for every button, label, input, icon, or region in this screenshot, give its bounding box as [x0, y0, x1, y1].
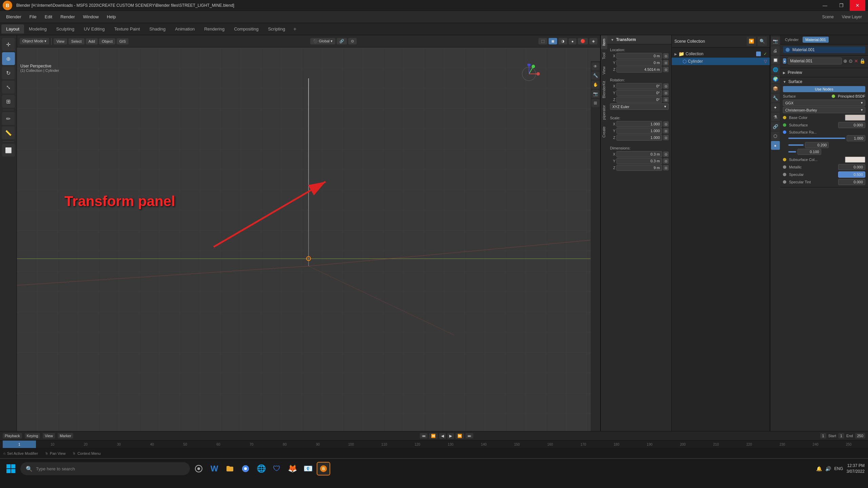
cylinder-prop-tab[interactable]: Cylinder: [782, 37, 801, 43]
rotation-y-field[interactable]: 0°: [616, 90, 662, 96]
jump-end-btn[interactable]: ⏭: [466, 433, 473, 439]
outliner-cylinder-item[interactable]: ⬡ Cylinder ▽: [672, 58, 770, 65]
rotation-z-field[interactable]: 0°: [616, 97, 662, 103]
material-protect-icon[interactable]: 🔒: [860, 58, 865, 64]
subsurface-color-swatch[interactable]: [845, 157, 865, 163]
material-browse-icon[interactable]: ⊙: [849, 58, 853, 64]
system-clock[interactable]: 12:37 PM 3/07/2022: [847, 463, 865, 474]
taskbar-search-box[interactable]: 🔍 Type here to search: [20, 462, 190, 475]
dim-z-copy[interactable]: ⊙: [663, 165, 669, 170]
menu-file[interactable]: File: [26, 13, 40, 21]
subsurface-g-val[interactable]: 0.200: [805, 142, 829, 148]
marker-dropdown[interactable]: Marker: [58, 433, 73, 439]
tab-animation[interactable]: Animation: [170, 24, 199, 34]
taskbar-explorer[interactable]: [223, 462, 237, 475]
dim-z-field[interactable]: 9 m: [616, 165, 662, 171]
close-button[interactable]: ✕: [850, 0, 865, 11]
view-menu[interactable]: View: [54, 38, 67, 44]
tab-modeling[interactable]: Modeling: [24, 24, 52, 34]
global-dropdown[interactable]: ⚫ Global ▾: [310, 38, 335, 44]
rotation-z-copy[interactable]: ⊙: [663, 97, 669, 102]
dim-x-copy[interactable]: ⊙: [663, 151, 669, 157]
rotation-y-copy[interactable]: ⊙: [663, 90, 669, 96]
frame-230[interactable]: 230: [766, 441, 799, 448]
select-menu[interactable]: Select: [68, 38, 84, 44]
jump-start-btn[interactable]: ⏮: [420, 433, 428, 439]
frame-1[interactable]: 1: [3, 441, 36, 448]
keying-dropdown[interactable]: Keying: [25, 433, 40, 439]
blenderkit-tab[interactable]: BlenderKit: [601, 78, 607, 102]
location-x-copy[interactable]: ⊙: [663, 53, 669, 59]
taskbar-shield[interactable]: 🛡: [270, 462, 283, 475]
taskbar-word[interactable]: W: [208, 462, 221, 475]
transform-tool[interactable]: ⊞: [2, 95, 15, 108]
subsurface-r-val[interactable]: 1.000: [847, 135, 865, 141]
overlay-btn[interactable]: 🔴: [578, 38, 588, 44]
outliner-collection-item[interactable]: ▶ 📁 Collection ✓: [672, 50, 770, 58]
preview-header[interactable]: ▶ Preview: [783, 69, 865, 76]
tab-rendering[interactable]: Rendering: [199, 24, 229, 34]
viewport[interactable]: Object Mode ▾ View Select Add Object GIS…: [17, 35, 600, 431]
material-properties-icon[interactable]: ●: [771, 141, 780, 150]
rotation-x-field[interactable]: 0°: [616, 83, 662, 89]
tool-tab[interactable]: Tool: [601, 49, 607, 63]
item-tab[interactable]: Item: [601, 35, 607, 49]
render-properties-icon[interactable]: 📷: [771, 37, 780, 45]
scale-x-field[interactable]: 1.000: [616, 121, 662, 127]
language-indicator[interactable]: ENG: [834, 466, 843, 471]
scale-tool[interactable]: ⤡: [2, 81, 15, 94]
material-btn[interactable]: ◑: [558, 38, 567, 44]
material-prop-tab[interactable]: Material.001: [803, 37, 829, 43]
menu-help[interactable]: Help: [103, 13, 119, 21]
subsurface-value[interactable]: 0.000: [838, 122, 865, 128]
playback-dropdown[interactable]: Playback: [3, 433, 22, 439]
scale-z-copy[interactable]: ⊙: [663, 135, 669, 140]
rotate-tool[interactable]: ↻: [2, 66, 15, 79]
vo-view-icon[interactable]: 👁: [591, 62, 599, 70]
menu-edit[interactable]: Edit: [41, 13, 56, 21]
restore-button[interactable]: ❐: [833, 0, 849, 11]
play-reverse-btn[interactable]: ◀: [439, 433, 446, 439]
tab-shading[interactable]: Shading: [145, 24, 171, 34]
taskbar-chrome[interactable]: [239, 462, 252, 475]
tab-compositing[interactable]: Compositing: [229, 24, 263, 34]
frame-120[interactable]: 120: [401, 441, 434, 448]
collapse-icon[interactable]: ▼: [611, 38, 614, 42]
world-properties-icon[interactable]: 🌍: [771, 75, 780, 83]
frame-200[interactable]: 200: [666, 441, 699, 448]
constraints-icon[interactable]: 🔗: [771, 122, 780, 131]
menu-render[interactable]: Render: [57, 13, 78, 21]
tab-scripting[interactable]: Scripting: [263, 24, 290, 34]
piperator-tab[interactable]: piperator: [601, 102, 607, 123]
frame-180[interactable]: 180: [600, 441, 633, 448]
use-nodes-button[interactable]: Use Nodes: [783, 86, 865, 92]
frame-60[interactable]: 60: [202, 441, 235, 448]
notification-icon[interactable]: 🔔: [816, 466, 822, 471]
timeline-view-dropdown[interactable]: View: [43, 433, 55, 439]
gis-menu[interactable]: GIS: [117, 38, 129, 44]
taskbar-edge[interactable]: 🌐: [254, 462, 268, 475]
end-frame-field[interactable]: 250: [855, 433, 865, 439]
next-frame-btn[interactable]: ⏩: [455, 433, 464, 439]
vo-hand-icon[interactable]: ✋: [591, 81, 599, 89]
menu-blender[interactable]: Blender: [3, 13, 25, 21]
frame-170[interactable]: 170: [567, 441, 600, 448]
particles-icon[interactable]: ✦: [771, 103, 780, 112]
taskbar-firefox[interactable]: 🦊: [285, 462, 299, 475]
speaker-icon[interactable]: 🔊: [825, 466, 831, 471]
snap-btn[interactable]: 🔗: [337, 38, 347, 44]
specular-value[interactable]: 0.500: [838, 171, 865, 178]
dim-y-field[interactable]: 0.3 m: [616, 158, 662, 164]
distribution-dropdown[interactable]: GGX ▾: [783, 100, 865, 106]
solid-btn[interactable]: ◼: [549, 38, 557, 44]
subsurface-b-val[interactable]: 0.100: [797, 149, 821, 155]
frame-110[interactable]: 110: [368, 441, 401, 448]
surface-header[interactable]: ▼ Surface: [783, 79, 865, 85]
frame-160[interactable]: 160: [534, 441, 567, 448]
rendered-btn[interactable]: ●: [569, 38, 576, 44]
scene-properties-icon[interactable]: 🌐: [771, 65, 780, 74]
vo-tool-icon[interactable]: 🔧: [591, 72, 599, 80]
material-copy-icon[interactable]: ⊕: [843, 58, 847, 64]
taskbar-mail[interactable]: 📧: [301, 462, 315, 475]
material-name-input[interactable]: [788, 58, 842, 64]
